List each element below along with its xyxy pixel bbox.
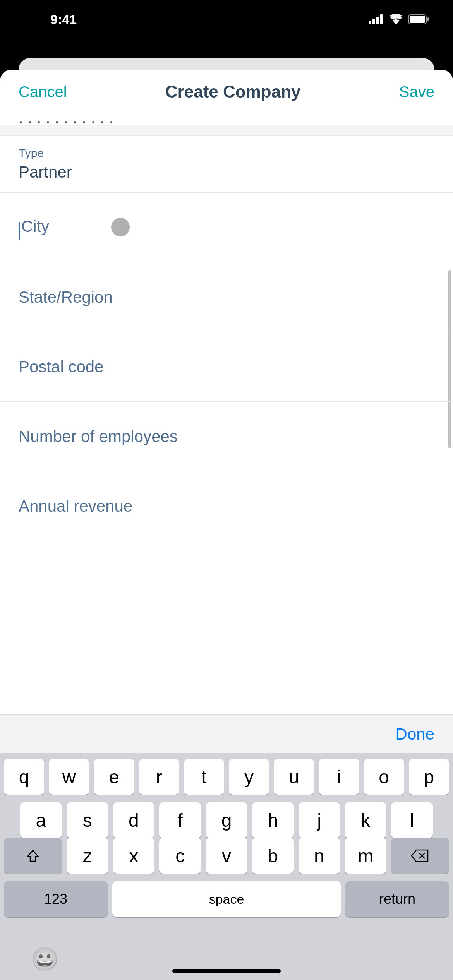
numbers-key[interactable]: 123 <box>4 881 108 917</box>
keyboard-row-1: q w e r t y u i o p <box>4 759 449 795</box>
type-value: Partner <box>19 163 434 182</box>
svg-rect-3 <box>380 14 383 24</box>
emoji-button[interactable]: 😀 <box>31 946 59 972</box>
key-n[interactable]: n <box>299 838 340 874</box>
key-r[interactable]: r <box>139 759 179 795</box>
postal-placeholder: Postal code <box>19 358 434 376</box>
type-field[interactable]: Type Partner <box>0 136 453 193</box>
section-gap <box>0 125 453 136</box>
key-k[interactable]: k <box>345 802 386 838</box>
key-u[interactable]: u <box>274 759 314 795</box>
svg-rect-7 <box>427 17 429 21</box>
state-placeholder: State/Region <box>19 288 434 307</box>
done-button[interactable]: Done <box>396 725 434 744</box>
key-t[interactable]: t <box>184 759 224 795</box>
key-h[interactable]: h <box>252 802 294 838</box>
cellular-icon <box>369 14 384 24</box>
city-placeholder: City <box>21 217 49 235</box>
key-o[interactable]: o <box>364 759 404 795</box>
shift-icon <box>25 848 41 863</box>
on-screen-keyboard: q w e r t y u i o p a s d f g h j k l <box>0 753 453 930</box>
employees-field[interactable]: Number of employees <box>0 402 453 471</box>
key-y[interactable]: y <box>229 759 269 795</box>
key-z[interactable]: z <box>67 838 108 874</box>
partial-row-below <box>0 541 453 572</box>
svg-rect-6 <box>410 16 425 23</box>
svg-rect-2 <box>376 17 379 24</box>
key-q[interactable]: q <box>4 759 44 795</box>
emoji-icon: 😀 <box>31 946 59 971</box>
touch-indicator <box>111 218 130 236</box>
postal-field[interactable]: Postal code <box>0 332 453 402</box>
key-b[interactable]: b <box>252 838 294 874</box>
return-key[interactable]: return <box>345 881 449 917</box>
svg-rect-1 <box>372 19 375 24</box>
svg-rect-0 <box>369 21 371 24</box>
key-p[interactable]: p <box>409 759 449 795</box>
key-m[interactable]: m <box>345 838 386 874</box>
backspace-icon <box>411 849 429 863</box>
svg-point-4 <box>395 22 397 24</box>
key-g[interactable]: g <box>206 802 247 838</box>
partial-row-above: . . . . . . . . . . .___ <box>0 114 453 125</box>
key-v[interactable]: v <box>206 838 247 874</box>
text-cursor <box>19 222 20 240</box>
key-j[interactable]: j <box>299 802 340 838</box>
modal-header: Cancel Create Company Save <box>0 70 453 114</box>
cancel-button[interactable]: Cancel <box>19 83 67 101</box>
status-bar: 9:41 <box>0 0 453 39</box>
save-button[interactable]: Save <box>399 83 434 101</box>
keyboard-row-2: a s d f g h j k l <box>20 802 433 838</box>
create-company-modal: Cancel Create Company Save . . . . . . .… <box>0 70 453 980</box>
key-i[interactable]: i <box>319 759 359 795</box>
battery-icon <box>408 14 430 24</box>
key-s[interactable]: s <box>67 802 108 838</box>
state-field[interactable]: State/Region <box>0 262 453 332</box>
keyboard-area: Done q w e r t y u i o p a s d f g h <box>0 714 453 980</box>
keyboard-toolbar: Done <box>0 714 453 753</box>
home-indicator[interactable] <box>172 969 281 973</box>
type-label: Type <box>19 147 434 160</box>
keyboard-row-3: z x c v b n m <box>4 838 449 874</box>
backspace-key[interactable] <box>391 838 449 874</box>
city-field[interactable]: City <box>0 193 453 262</box>
revenue-placeholder: Annual revenue <box>19 497 434 516</box>
wifi-icon <box>389 14 403 25</box>
keyboard-row-4: 123 space return <box>4 881 449 917</box>
status-icons <box>369 14 430 25</box>
space-key[interactable]: space <box>112 881 341 917</box>
revenue-field[interactable]: Annual revenue <box>0 471 453 541</box>
key-a[interactable]: a <box>20 802 62 838</box>
modal-title: Create Company <box>165 82 301 101</box>
key-x[interactable]: x <box>113 838 155 874</box>
key-e[interactable]: e <box>94 759 134 795</box>
key-d[interactable]: d <box>113 802 155 838</box>
shift-key[interactable] <box>4 838 62 874</box>
key-f[interactable]: f <box>159 802 201 838</box>
key-c[interactable]: c <box>159 838 201 874</box>
form-body[interactable]: . . . . . . . . . . .___ Type Partner Ci… <box>0 114 453 714</box>
status-time: 9:41 <box>50 12 77 27</box>
key-w[interactable]: w <box>49 759 89 795</box>
employees-placeholder: Number of employees <box>19 427 434 446</box>
key-l[interactable]: l <box>391 802 433 838</box>
